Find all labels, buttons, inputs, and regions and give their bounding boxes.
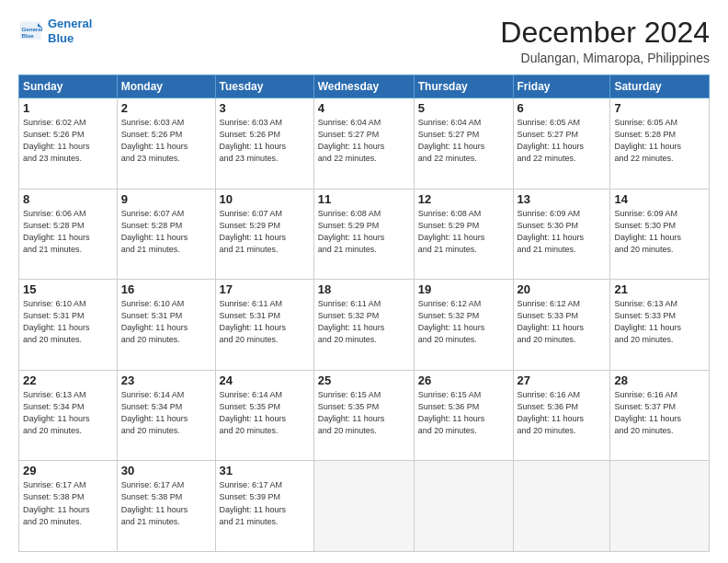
calendar-cell: 8Sunrise: 6:06 AM Sunset: 5:28 PM Daylig…: [19, 189, 118, 280]
day-info: Sunrise: 6:10 AM Sunset: 5:31 PM Dayligh…: [23, 298, 113, 346]
day-info: Sunrise: 6:05 AM Sunset: 5:27 PM Dayligh…: [518, 117, 607, 165]
calendar-cell: 1Sunrise: 6:02 AM Sunset: 5:26 PM Daylig…: [19, 98, 118, 190]
calendar-cell: 18Sunrise: 6:11 AM Sunset: 5:32 PM Dayli…: [313, 280, 414, 371]
day-info: Sunrise: 6:13 AM Sunset: 5:33 PM Dayligh…: [614, 298, 705, 346]
calendar-cell: [313, 461, 414, 552]
calendar-cell: 13Sunrise: 6:09 AM Sunset: 5:30 PM Dayli…: [513, 189, 610, 280]
calendar-cell: [610, 461, 710, 552]
day-info: Sunrise: 6:13 AM Sunset: 5:34 PM Dayligh…: [23, 389, 113, 437]
day-number: 29: [23, 464, 113, 477]
day-number: 5: [418, 101, 509, 115]
day-info: Sunrise: 6:11 AM Sunset: 5:31 PM Dayligh…: [220, 298, 310, 346]
day-info: Sunrise: 6:14 AM Sunset: 5:34 PM Dayligh…: [121, 389, 211, 437]
day-info: Sunrise: 6:17 AM Sunset: 5:38 PM Dayligh…: [23, 479, 113, 527]
day-number: 2: [121, 101, 211, 115]
day-info: Sunrise: 6:04 AM Sunset: 5:27 PM Dayligh…: [418, 117, 509, 165]
calendar-week-4: 22Sunrise: 6:13 AM Sunset: 5:34 PM Dayli…: [19, 370, 710, 461]
calendar-cell: 10Sunrise: 6:07 AM Sunset: 5:29 PM Dayli…: [215, 189, 313, 280]
day-number: 8: [23, 192, 113, 206]
logo: General Blue GeneralBlue: [18, 17, 92, 45]
calendar-cell: 26Sunrise: 6:15 AM Sunset: 5:36 PM Dayli…: [414, 370, 513, 461]
calendar-cell: 20Sunrise: 6:12 AM Sunset: 5:33 PM Dayli…: [513, 280, 610, 371]
calendar-cell: 12Sunrise: 6:08 AM Sunset: 5:29 PM Dayli…: [414, 189, 513, 280]
calendar-cell: 29Sunrise: 6:17 AM Sunset: 5:38 PM Dayli…: [19, 461, 118, 552]
day-number: 3: [220, 101, 310, 115]
weekday-monday: Monday: [117, 75, 215, 98]
day-info: Sunrise: 6:10 AM Sunset: 5:31 PM Dayligh…: [121, 298, 211, 346]
day-number: 10: [220, 192, 310, 206]
calendar-cell: 16Sunrise: 6:10 AM Sunset: 5:31 PM Dayli…: [117, 280, 215, 371]
day-info: Sunrise: 6:05 AM Sunset: 5:28 PM Dayligh…: [614, 117, 705, 165]
calendar-cell: 2Sunrise: 6:03 AM Sunset: 5:26 PM Daylig…: [117, 98, 215, 190]
calendar-cell: 5Sunrise: 6:04 AM Sunset: 5:27 PM Daylig…: [414, 98, 513, 190]
calendar-cell: 19Sunrise: 6:12 AM Sunset: 5:32 PM Dayli…: [414, 280, 513, 371]
day-info: Sunrise: 6:11 AM Sunset: 5:32 PM Dayligh…: [318, 298, 410, 346]
day-info: Sunrise: 6:03 AM Sunset: 5:26 PM Dayligh…: [121, 117, 211, 165]
weekday-header-row: SundayMondayTuesdayWednesdayThursdayFrid…: [19, 75, 710, 98]
calendar-cell: [513, 461, 610, 552]
logo-icon: General Blue: [18, 18, 44, 44]
day-info: Sunrise: 6:15 AM Sunset: 5:35 PM Dayligh…: [318, 389, 410, 437]
page-header: General Blue GeneralBlue December 2024 D…: [18, 17, 710, 65]
calendar-cell: 15Sunrise: 6:10 AM Sunset: 5:31 PM Dayli…: [19, 280, 118, 371]
svg-text:Blue: Blue: [22, 32, 35, 39]
day-info: Sunrise: 6:12 AM Sunset: 5:33 PM Dayligh…: [518, 298, 607, 346]
day-info: Sunrise: 6:08 AM Sunset: 5:29 PM Dayligh…: [318, 208, 410, 256]
day-info: Sunrise: 6:04 AM Sunset: 5:27 PM Dayligh…: [318, 117, 410, 165]
calendar-cell: 17Sunrise: 6:11 AM Sunset: 5:31 PM Dayli…: [215, 280, 313, 371]
calendar-cell: 7Sunrise: 6:05 AM Sunset: 5:28 PM Daylig…: [610, 98, 710, 190]
day-info: Sunrise: 6:14 AM Sunset: 5:35 PM Dayligh…: [220, 389, 310, 437]
month-title: December 2024: [500, 17, 710, 49]
day-info: Sunrise: 6:17 AM Sunset: 5:38 PM Dayligh…: [121, 479, 211, 527]
day-number: 21: [614, 282, 705, 296]
day-info: Sunrise: 6:03 AM Sunset: 5:26 PM Dayligh…: [220, 117, 310, 165]
weekday-wednesday: Wednesday: [313, 75, 414, 98]
day-number: 25: [318, 373, 410, 387]
day-number: 12: [418, 192, 509, 206]
calendar-cell: 30Sunrise: 6:17 AM Sunset: 5:38 PM Dayli…: [117, 461, 215, 552]
day-number: 1: [23, 101, 113, 115]
day-info: Sunrise: 6:02 AM Sunset: 5:26 PM Dayligh…: [23, 117, 113, 165]
day-number: 31: [220, 464, 310, 477]
calendar-cell: 4Sunrise: 6:04 AM Sunset: 5:27 PM Daylig…: [313, 98, 414, 190]
day-number: 19: [418, 282, 509, 296]
day-number: 28: [614, 373, 705, 387]
day-info: Sunrise: 6:16 AM Sunset: 5:36 PM Dayligh…: [518, 389, 607, 437]
calendar-week-3: 15Sunrise: 6:10 AM Sunset: 5:31 PM Dayli…: [19, 280, 710, 371]
calendar-table: SundayMondayTuesdayWednesdayThursdayFrid…: [18, 75, 710, 552]
calendar-cell: 25Sunrise: 6:15 AM Sunset: 5:35 PM Dayli…: [313, 370, 414, 461]
day-number: 14: [614, 192, 705, 206]
calendar-page: General Blue GeneralBlue December 2024 D…: [0, 0, 728, 563]
calendar-week-1: 1Sunrise: 6:02 AM Sunset: 5:26 PM Daylig…: [19, 98, 710, 190]
calendar-cell: 28Sunrise: 6:16 AM Sunset: 5:37 PM Dayli…: [610, 370, 710, 461]
weekday-thursday: Thursday: [414, 75, 513, 98]
weekday-friday: Friday: [513, 75, 610, 98]
calendar-cell: 22Sunrise: 6:13 AM Sunset: 5:34 PM Dayli…: [19, 370, 118, 461]
calendar-cell: 27Sunrise: 6:16 AM Sunset: 5:36 PM Dayli…: [513, 370, 610, 461]
day-info: Sunrise: 6:09 AM Sunset: 5:30 PM Dayligh…: [614, 208, 705, 256]
day-info: Sunrise: 6:06 AM Sunset: 5:28 PM Dayligh…: [23, 208, 113, 256]
logo-text: GeneralBlue: [48, 17, 92, 45]
calendar-cell: 31Sunrise: 6:17 AM Sunset: 5:39 PM Dayli…: [215, 461, 313, 552]
day-number: 23: [121, 373, 211, 387]
day-info: Sunrise: 6:08 AM Sunset: 5:29 PM Dayligh…: [418, 208, 509, 256]
location-subtitle: Dulangan, Mimaropa, Philippines: [500, 51, 710, 65]
day-number: 20: [518, 282, 607, 296]
day-number: 13: [518, 192, 607, 206]
day-info: Sunrise: 6:17 AM Sunset: 5:39 PM Dayligh…: [220, 479, 310, 527]
day-number: 16: [121, 282, 211, 296]
calendar-cell: 24Sunrise: 6:14 AM Sunset: 5:35 PM Dayli…: [215, 370, 313, 461]
weekday-saturday: Saturday: [610, 75, 710, 98]
weekday-tuesday: Tuesday: [215, 75, 313, 98]
day-number: 11: [318, 192, 410, 206]
day-number: 7: [614, 101, 705, 115]
day-number: 26: [418, 373, 509, 387]
calendar-cell: 23Sunrise: 6:14 AM Sunset: 5:34 PM Dayli…: [117, 370, 215, 461]
day-number: 4: [318, 101, 410, 115]
calendar-cell: 3Sunrise: 6:03 AM Sunset: 5:26 PM Daylig…: [215, 98, 313, 190]
day-info: Sunrise: 6:16 AM Sunset: 5:37 PM Dayligh…: [614, 389, 705, 437]
calendar-cell: [414, 461, 513, 552]
calendar-cell: 11Sunrise: 6:08 AM Sunset: 5:29 PM Dayli…: [313, 189, 414, 280]
day-number: 24: [220, 373, 310, 387]
day-number: 9: [121, 192, 211, 206]
